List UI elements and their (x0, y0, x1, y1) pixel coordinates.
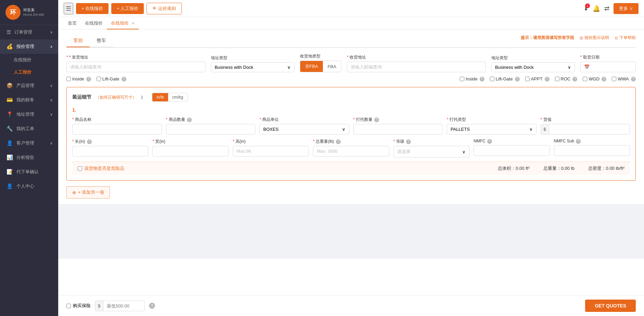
inside-to-checkbox[interactable] (460, 77, 464, 81)
liftgate-to-help[interactable]: ? (515, 77, 520, 81)
checkbox-roc[interactable]: ROC ? (555, 76, 578, 81)
get-quotes-button[interactable]: GET QUOTES (585, 300, 636, 312)
pallet-type-select[interactable]: PALLETS ∨ (447, 124, 536, 135)
checkbox-inside-to[interactable]: Inside ? (460, 76, 484, 81)
online-quote-button[interactable]: + 在线报价 (76, 3, 109, 14)
wwa-help[interactable]: ? (631, 77, 636, 81)
checkbox-inside-from[interactable]: Inside ? (66, 76, 91, 81)
sidebar-item-products[interactable]: 📦 产品管理 ∨ (0, 78, 58, 93)
roc-checkbox[interactable] (555, 77, 559, 81)
grade-label: * 等级 ? (393, 139, 469, 144)
sidebar-item-proxy-orders[interactable]: 📝 代下单确认 (0, 165, 58, 179)
nmfc-help[interactable]: ? (487, 139, 492, 144)
checkbox-liftgate-to[interactable]: Lift-Gate ? (490, 76, 520, 81)
from-addr-type-label: 地址类型 (211, 55, 294, 61)
shipping-link[interactable]: （如何正确填写尺寸） (96, 94, 137, 100)
appt-checkbox[interactable] (525, 77, 530, 81)
sidebar-item-finance[interactable]: 💳 我的财务 ∨ (0, 93, 58, 107)
liftgate-from-checkbox[interactable] (97, 77, 101, 81)
product-name-input[interactable] (72, 124, 162, 135)
sidebar-item-workorder[interactable]: 🔧 我的工单 (0, 122, 58, 136)
sidebar-item-reports[interactable]: 📊 分析报告 (0, 150, 58, 165)
more-button[interactable]: 更多 ∨ (614, 3, 639, 14)
nmfc-sub-input[interactable] (554, 145, 630, 156)
sidebar-item-orders[interactable]: ☰ 订单管理 ∨ (0, 25, 58, 39)
inside-to-help[interactable]: ? (480, 77, 484, 81)
fba-button[interactable]: FBA (323, 61, 341, 72)
manual-quote-button[interactable]: + 人工报价 (111, 3, 144, 14)
dangerous-goods-checkbox[interactable]: 该货物是否是危险品 (78, 165, 124, 172)
pickup-date-input[interactable]: 📅 (580, 62, 636, 72)
pallet-type-arrow: ∨ (529, 127, 533, 132)
summary-stats: 总体积：0.00 ft² 总重量：0.00 lb 总密度：0.00 lb/ft² (498, 165, 624, 172)
appt-help[interactable]: ? (545, 77, 550, 81)
checkbox-wwa[interactable]: WWA ? (612, 76, 636, 81)
pricing-rules-button[interactable]: 👁 运价规则 (147, 3, 182, 14)
pallet-qty-input[interactable] (353, 124, 443, 135)
product-unit-select[interactable]: BOXES ∨ (260, 124, 349, 135)
tab-home[interactable]: 首页 (64, 17, 81, 29)
tab-online-quote-2[interactable]: 在线报价 ✕ (107, 17, 139, 29)
total-weight-input[interactable] (313, 146, 389, 156)
width-input[interactable] (152, 146, 228, 156)
sidebar-item-finance-label: 我的财务 (16, 97, 34, 103)
from-addr-type-select[interactable]: Business with Dock ∨ (211, 62, 294, 72)
orders-arrow: ∨ (50, 30, 53, 35)
pallet-qty-help[interactable]: ? (374, 117, 379, 122)
from-address-input[interactable] (66, 62, 205, 72)
nmfc-sub-help[interactable]: ? (576, 139, 581, 144)
length-input[interactable] (72, 146, 148, 156)
sidebar-item-quotes[interactable]: 💰 报价管理 ∧ (0, 39, 58, 54)
pallet-type-value: PALLETS (451, 127, 470, 132)
tab-online-quote-1[interactable]: 在线报价 (81, 17, 107, 29)
checkbox-wgd[interactable]: WGD ? (583, 76, 606, 81)
quote-desc-link[interactable]: ⊙ 报价图示说明 (580, 35, 609, 41)
sidebar-item-manual-quote[interactable]: 人工报价 (0, 66, 58, 78)
weight-help[interactable]: ? (336, 139, 341, 144)
to-addr-type-select[interactable]: Business with Dock ∨ (491, 62, 575, 72)
inside-from-checkbox[interactable] (66, 77, 71, 81)
length-help[interactable]: ? (87, 139, 92, 144)
inside-from-help[interactable]: ? (86, 77, 91, 81)
unit-inlb-button[interactable]: in/lb (152, 93, 168, 101)
insurance-help-button[interactable]: ? (149, 303, 155, 309)
checkbox-liftgate-from[interactable]: Lift-Gate ? (97, 76, 126, 81)
liftgate-from-help[interactable]: ? (122, 77, 126, 81)
product-qty-input[interactable] (166, 124, 256, 135)
order-help-link[interactable]: ⊙ 下单帮助 (615, 35, 636, 41)
sidebar-item-customers[interactable]: 👤 客户管理 ∨ (0, 136, 58, 150)
wwa-checkbox[interactable] (612, 77, 616, 81)
insurance-checkbox[interactable] (66, 304, 71, 308)
wgd-help[interactable]: ? (602, 77, 606, 81)
download-icon[interactable]: ⬇ 1 (583, 5, 589, 12)
sidebar-item-online-quote[interactable]: 在线报价 (0, 54, 58, 66)
height-input[interactable] (233, 146, 309, 156)
insurance-amount-input[interactable] (103, 301, 144, 311)
notification-icon[interactable]: 🔔 (593, 5, 600, 12)
nmfc-input[interactable] (473, 145, 550, 156)
translate-icon[interactable]: ⇄ (604, 5, 609, 12)
summary-row: 该货物是否是危险品 总体积：0.00 ft² 总重量：0.00 lb 总密度：0… (72, 162, 630, 175)
unit-toggle: in/lb cm/kg (152, 93, 188, 102)
menu-button[interactable]: ☰ (64, 3, 73, 14)
add-item-button[interactable]: ⊕ + 添加另一项 (66, 186, 110, 199)
liftgate-to-checkbox[interactable] (490, 77, 494, 81)
grade-select[interactable]: 请选择 ∨ (393, 146, 469, 157)
customers-arrow: ∨ (50, 141, 53, 146)
dangerous-checkbox-input[interactable] (78, 166, 82, 171)
checkbox-appt[interactable]: APPT ? (525, 76, 550, 81)
roc-help[interactable]: ? (572, 77, 577, 81)
qty-help-icon[interactable]: ? (187, 117, 192, 122)
sidebar-item-profile[interactable]: 👤 个人中心 (0, 179, 58, 193)
tab-ltl[interactable]: 零担 (66, 35, 90, 47)
sidebar-item-address[interactable]: 📍 地址管理 ∨ (0, 107, 58, 122)
cargo-value-input[interactable] (549, 124, 630, 134)
unit-cmkg-button[interactable]: cm/kg (168, 93, 187, 101)
to-address-input[interactable] (347, 62, 486, 72)
pallet-qty-label: * 打托数量 ? (353, 117, 443, 123)
grade-help[interactable]: ? (406, 139, 411, 144)
tab-close-icon[interactable]: ✕ (131, 21, 135, 25)
non-fba-button[interactable]: 非FBA (300, 61, 323, 72)
tab-ftl[interactable]: 整车 (90, 35, 113, 47)
wgd-checkbox[interactable] (583, 77, 587, 81)
